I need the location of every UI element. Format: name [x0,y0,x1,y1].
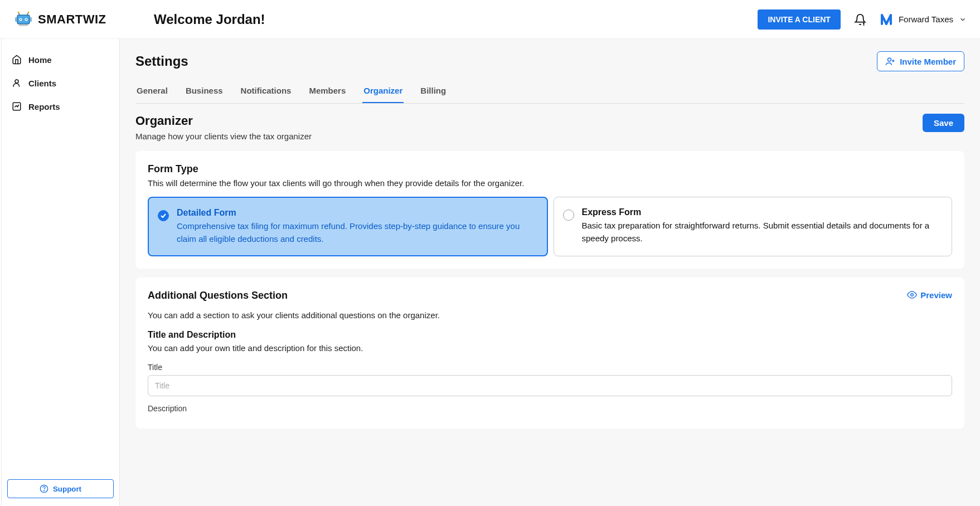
card-title: Additional Questions Section [148,290,288,301]
form-type-card: Form Type This will determine the flow y… [135,151,964,269]
save-button[interactable]: Save [923,114,964,132]
form-option-express[interactable]: Express Form Basic tax preparation for s… [554,197,953,256]
svg-rect-9 [15,17,17,22]
user-icon [12,78,22,88]
home-icon [12,55,22,65]
svg-rect-0 [17,15,30,24]
brand-logo[interactable]: SMARTWIZ [13,9,137,30]
welcome-text: Welcome Jordan! [154,12,265,27]
radio-unselected-icon [563,210,574,221]
notifications-icon[interactable] [854,13,866,26]
svg-point-18 [888,58,891,61]
additional-questions-card: Additional Questions Section Preview You… [135,278,964,429]
chart-icon [12,101,22,111]
sidebar-item-reports[interactable]: Reports [2,95,119,118]
title-input[interactable] [148,375,952,396]
svg-point-14 [15,80,18,83]
option-title: Detailed Form [177,208,538,218]
invite-client-button[interactable]: INVITE A CLIENT [758,9,841,30]
card-title: Form Type [148,163,952,175]
tab-general[interactable]: General [135,79,169,103]
preview-link[interactable]: Preview [907,290,952,300]
company-name: Forward Taxes [899,14,953,24]
tab-business[interactable]: Business [185,79,224,103]
card-subtitle: You can add a section to ask your client… [148,310,952,320]
tabs: General Business Notifications Members O… [135,79,964,104]
company-logo-icon [880,13,893,26]
td-help: You can add your own title and descripti… [148,343,952,353]
tab-members[interactable]: Members [308,79,347,103]
section-subtitle: Manage how your clients view the tax org… [135,132,312,141]
invite-member-button[interactable]: Invite Member [877,51,964,71]
support-label: Support [53,485,81,493]
svg-point-21 [911,294,914,296]
help-icon [40,484,48,493]
option-desc: Comprehensive tax filing for maximum ref… [177,220,538,245]
sidebar-item-label: Home [28,55,52,65]
sidebar-item-home[interactable]: Home [2,48,119,71]
sidebar-item-label: Reports [28,102,60,111]
description-field-label: Description [148,404,952,413]
svg-point-8 [28,11,30,13]
support-button[interactable]: Support [7,479,114,498]
preview-label: Preview [920,290,952,300]
page-title: Settings [135,53,188,69]
radio-selected-icon [158,210,169,221]
invite-member-label: Invite Member [900,57,956,66]
tab-notifications[interactable]: Notifications [240,79,293,103]
content-area: Settings Invite Member General Business … [120,39,980,506]
td-heading: Title and Description [148,330,952,340]
svg-rect-11 [19,25,28,26]
sidebar-item-clients[interactable]: Clients [2,71,119,95]
top-header: SMARTWIZ Welcome Jordan! INVITE A CLIENT [0,0,980,39]
option-desc: Basic tax preparation for straightforwar… [582,220,943,245]
svg-point-17 [43,490,44,491]
eye-icon [907,290,917,300]
option-title: Express Form [582,207,943,217]
card-subtitle: This will determine the flow your tax cl… [148,178,952,188]
user-plus-icon [885,56,895,66]
robot-icon [13,9,33,30]
title-field-label: Title [148,363,952,372]
company-dropdown[interactable]: Forward Taxes [880,13,967,26]
svg-point-3 [20,19,21,20]
svg-rect-10 [30,17,32,22]
form-option-detailed[interactable]: Detailed Form Comprehensive tax filing f… [148,197,548,256]
brand-name: SMARTWIZ [38,12,106,27]
chevron-down-icon [959,16,967,23]
sidebar: Home Clients Reports Support [2,39,120,506]
section-title: Organizer [135,114,312,128]
tab-billing[interactable]: Billing [419,79,447,103]
svg-point-4 [26,19,27,20]
svg-point-7 [18,11,20,13]
sidebar-item-label: Clients [28,79,56,88]
tab-organizer[interactable]: Organizer [362,79,404,103]
